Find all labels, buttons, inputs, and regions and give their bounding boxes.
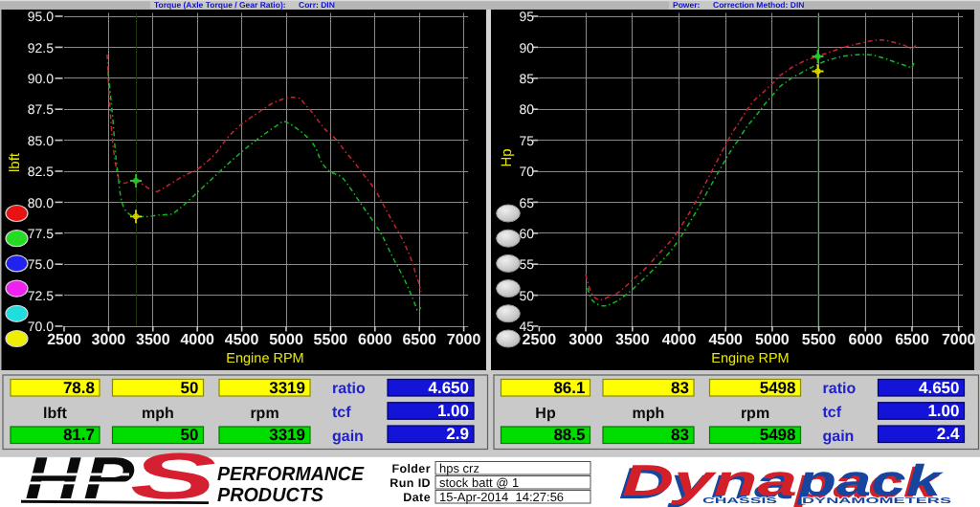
- svg-text:lbft: lbft: [7, 152, 23, 172]
- svg-text:Power:: Power:: [673, 0, 701, 10]
- svg-text:PERFORMANCE: PERFORMANCE: [217, 463, 365, 485]
- svg-text:tcf: tcf: [823, 405, 842, 421]
- svg-text:Hp: Hp: [535, 406, 556, 422]
- svg-text:rpm: rpm: [741, 406, 769, 422]
- svg-text:90.0: 90.0: [28, 71, 54, 86]
- svg-text:Corr: DIN: Corr: DIN: [299, 0, 335, 10]
- svg-text:5000: 5000: [269, 332, 303, 348]
- svg-text:87.5: 87.5: [28, 101, 54, 117]
- svg-text:80: 80: [519, 101, 534, 117]
- svg-text:92.5: 92.5: [28, 40, 54, 55]
- svg-text:Engine RPM: Engine RPM: [226, 351, 303, 366]
- svg-text:75.0: 75.0: [28, 256, 54, 272]
- svg-text:50: 50: [181, 379, 199, 397]
- svg-text:85: 85: [519, 71, 534, 86]
- svg-text:6500: 6500: [402, 332, 436, 348]
- svg-text:Torque (Axle Torque / Gear Rat: Torque (Axle Torque / Gear Ratio):: [154, 0, 286, 10]
- svg-text:95.0: 95.0: [28, 9, 54, 24]
- svg-text:75: 75: [519, 133, 534, 148]
- svg-text:6000: 6000: [358, 332, 392, 348]
- svg-text:3000: 3000: [92, 332, 126, 348]
- svg-text:85.0: 85.0: [28, 133, 54, 148]
- svg-text:Date: Date: [403, 491, 431, 504]
- svg-text:7000: 7000: [942, 332, 976, 348]
- svg-text:15-Apr-2014 14:27:56: 15-Apr-2014 14:27:56: [439, 490, 564, 504]
- svg-text:82.5: 82.5: [28, 164, 54, 179]
- svg-text:2.4: 2.4: [937, 425, 960, 443]
- svg-text:3500: 3500: [136, 332, 170, 348]
- svg-text:5500: 5500: [802, 332, 836, 348]
- svg-text:77.5: 77.5: [28, 226, 54, 241]
- svg-text:65: 65: [519, 195, 534, 210]
- svg-text:mph: mph: [633, 406, 665, 422]
- svg-text:1.00: 1.00: [437, 402, 469, 420]
- svg-text:hps crz: hps crz: [439, 461, 479, 475]
- svg-text:4.650: 4.650: [428, 379, 469, 397]
- svg-text:Run ID: Run ID: [390, 476, 431, 490]
- svg-text:Engine RPM: Engine RPM: [711, 351, 789, 366]
- svg-text:DYNAMOMETERS: DYNAMOMETERS: [802, 496, 952, 505]
- svg-text:5498: 5498: [760, 379, 796, 397]
- svg-text:72.5: 72.5: [28, 288, 54, 303]
- svg-text:2500: 2500: [47, 332, 81, 348]
- svg-text:5000: 5000: [755, 332, 790, 348]
- svg-text:3319: 3319: [269, 426, 305, 444]
- svg-text:81.7: 81.7: [63, 426, 95, 444]
- svg-text:88.5: 88.5: [553, 426, 585, 444]
- svg-text:2.9: 2.9: [446, 425, 469, 443]
- svg-text:7000: 7000: [447, 332, 481, 348]
- svg-text:ratio: ratio: [823, 381, 857, 397]
- svg-text:5498: 5498: [760, 426, 796, 444]
- svg-text:60: 60: [519, 226, 534, 241]
- svg-text:3319: 3319: [269, 379, 305, 397]
- svg-text:83: 83: [671, 426, 689, 444]
- svg-text:4000: 4000: [662, 332, 697, 348]
- svg-text:5500: 5500: [314, 332, 348, 348]
- svg-text:HP: HP: [25, 446, 138, 507]
- svg-text:50: 50: [519, 288, 534, 303]
- svg-text:6000: 6000: [849, 332, 883, 348]
- svg-text:4.650: 4.650: [919, 379, 960, 397]
- svg-text:3000: 3000: [568, 332, 603, 348]
- svg-text:3500: 3500: [615, 332, 650, 348]
- svg-text:S: S: [130, 440, 216, 507]
- svg-text:80.0: 80.0: [28, 195, 54, 210]
- svg-text:90: 90: [519, 40, 534, 55]
- svg-text:Hp: Hp: [499, 148, 515, 166]
- svg-text:gain: gain: [823, 429, 855, 445]
- svg-text:lbft: lbft: [43, 406, 68, 422]
- svg-text:rpm: rpm: [250, 406, 278, 422]
- svg-text:mph: mph: [142, 406, 174, 422]
- svg-text:stock batt @ 1: stock batt @ 1: [439, 475, 519, 490]
- svg-text:1.00: 1.00: [927, 402, 959, 420]
- svg-text:86.1: 86.1: [553, 379, 585, 397]
- svg-text:Correction Method: DIN: Correction Method: DIN: [713, 0, 804, 10]
- svg-text:4000: 4000: [180, 332, 214, 348]
- svg-text:2500: 2500: [523, 332, 557, 348]
- svg-text:CHASSIS: CHASSIS: [702, 496, 778, 505]
- svg-text:tcf: tcf: [332, 405, 351, 421]
- svg-text:70: 70: [519, 164, 534, 179]
- svg-text:95: 95: [519, 9, 534, 24]
- svg-text:4500: 4500: [225, 332, 259, 348]
- svg-text:gain: gain: [332, 429, 364, 445]
- svg-text:83: 83: [671, 379, 689, 397]
- svg-text:6500: 6500: [895, 332, 929, 348]
- svg-text:4500: 4500: [708, 332, 743, 348]
- svg-text:PRODUCTS: PRODUCTS: [217, 484, 323, 506]
- svg-text:Folder: Folder: [391, 462, 431, 475]
- svg-text:ratio: ratio: [332, 381, 366, 397]
- svg-text:78.8: 78.8: [63, 379, 95, 397]
- svg-text:55: 55: [519, 256, 534, 272]
